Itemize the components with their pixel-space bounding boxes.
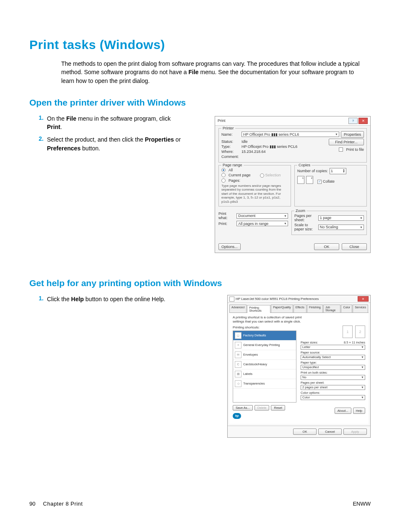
shortcut-item[interactable]: ✉Envelopes: [233, 350, 296, 360]
tab-advanced[interactable]: Advanced: [229, 305, 247, 312]
print-dialog-title: Print: [218, 119, 226, 123]
tab-services[interactable]: Services: [353, 305, 368, 312]
paper-type-label: Paper type:: [301, 361, 365, 364]
print-pages-select[interactable]: All pages in range▼: [236, 221, 288, 226]
close-button[interactable]: Close: [342, 243, 367, 250]
paper-source-label: Paper source:: [301, 351, 365, 354]
printer-icon: [229, 297, 234, 302]
cardstock-icon: C: [235, 361, 242, 368]
printer-name-select[interactable]: HP Officejet Pro ▮▮▮ series PCL6 ▼: [242, 132, 339, 137]
about-button[interactable]: About...: [335, 408, 351, 414]
ok-button[interactable]: OK: [293, 429, 317, 435]
prefs-pps-select[interactable]: 2 pages per sheet▼: [301, 385, 365, 390]
print-pages-label: Print:: [218, 222, 235, 226]
print-dialog: Print ? ✕ Printer Name: HP Officejet Pro…: [215, 116, 371, 253]
comment-label: Comment:: [221, 155, 240, 159]
tab-finishing[interactable]: Finishing: [307, 305, 323, 312]
chevron-down-icon: ▼: [361, 366, 364, 369]
tab-printing-shortcuts[interactable]: Printing Shortcuts: [247, 305, 270, 313]
cancel-button[interactable]: Cancel: [318, 429, 342, 435]
shortcuts-desc: A printing shortcut is a collection of s…: [233, 315, 312, 323]
selection-label: Selection: [265, 173, 281, 177]
close-icon[interactable]: ✕: [358, 296, 369, 302]
all-label: All: [229, 168, 233, 172]
collate-checkbox[interactable]: [317, 180, 322, 184]
both-sides-select[interactable]: No▼: [301, 375, 365, 380]
collate-label: Collate: [323, 179, 335, 183]
current-page-radio[interactable]: [221, 173, 226, 177]
spinner-arrows-icon[interactable]: ▲▼: [343, 169, 345, 173]
paper-sizes-select[interactable]: Letter▼: [301, 345, 365, 350]
print-what-select[interactable]: Document▼: [236, 213, 288, 219]
chevron-down-icon: ▼: [335, 133, 338, 136]
chevron-down-icon: ▼: [361, 356, 364, 359]
shortcut-item[interactable]: CCardstock/Heavy: [233, 360, 296, 369]
help-icon[interactable]: ?: [348, 118, 358, 124]
where-value: 15.234.218.64: [242, 150, 330, 154]
pps-select[interactable]: 1 page▼: [318, 215, 364, 221]
ok-button[interactable]: OK: [314, 243, 339, 250]
prefs-pps-label: Pages per sheet:: [301, 381, 365, 385]
tabs-bar: Advanced Printing Shortcuts Paper/Qualit…: [229, 305, 369, 313]
page-preview-icon: 2: [355, 325, 365, 338]
collate-thumb-icon: 1: [297, 176, 304, 184]
type-label: Type:: [221, 145, 240, 149]
properties-button[interactable]: Properties: [341, 131, 364, 138]
collate-thumb-icon: 2: [306, 176, 313, 184]
shortcut-item[interactable]: ▤Labels: [233, 369, 296, 379]
color-options-select[interactable]: Color▼: [301, 395, 365, 400]
all-radio[interactable]: [221, 168, 226, 172]
copies-group-label: Copies: [297, 163, 312, 167]
section1-heading: Open the printer driver with Windows: [29, 98, 371, 108]
scale-label: Scale to paper size:: [294, 223, 317, 231]
shortcut-item[interactable]: ◇Transparencies: [233, 379, 296, 389]
factory-defaults-icon: ◻: [235, 332, 242, 339]
num-copies-spinner[interactable]: 1 ▲▼: [330, 168, 346, 174]
shortcut-item[interactable]: ◻Factory Defaults: [233, 331, 296, 341]
tab-effects[interactable]: Effects: [294, 305, 306, 312]
pages-radio[interactable]: [221, 178, 226, 183]
print-to-file-checkbox[interactable]: [339, 147, 343, 152]
transparency-icon: ◇: [235, 380, 242, 387]
apply-button: Apply: [343, 429, 367, 435]
everyday-icon: ≡: [235, 342, 242, 349]
zoom-group-label: Zoom: [294, 209, 306, 213]
tab-job-storage[interactable]: Job Storage: [323, 305, 340, 312]
current-page-label: Current page: [229, 173, 251, 177]
help-button[interactable]: Help: [353, 408, 365, 414]
scale-select[interactable]: No Scaling▼: [318, 225, 364, 230]
tab-paper-quality[interactable]: Paper/Quality: [271, 305, 293, 312]
prefs-title: HP LaserJet 500 color M551 PCL6 Printing…: [236, 297, 319, 301]
pps-label: Pages per sheet:: [294, 214, 317, 222]
s2-step1-text: Click the Help button to open the online…: [47, 295, 166, 303]
shortcuts-list[interactable]: ◻Factory Defaults ≡General Everyday Prin…: [233, 331, 296, 403]
find-printer-button[interactable]: Find Printer...: [329, 139, 364, 145]
section2-heading: Get help for any printing option with Wi…: [29, 278, 371, 288]
printer-group-label: Printer: [221, 126, 235, 130]
step1-num: 1.: [29, 114, 47, 121]
options-button[interactable]: Options...: [218, 243, 241, 250]
close-icon[interactable]: ✕: [358, 118, 368, 124]
page-number: 90: [29, 501, 35, 507]
print-what-label: Print what:: [218, 212, 235, 220]
page-preview-icon: 1: [343, 325, 353, 338]
selection-radio: [260, 173, 264, 178]
paper-sizes-label: Paper sizes:: [301, 341, 318, 344]
reset-button[interactable]: Reset: [271, 405, 285, 411]
type-value: HP Officejet Pro ▮▮▮ series PCL6: [242, 145, 330, 149]
paper-type-select[interactable]: Unspecified▼: [301, 365, 365, 370]
paper-source-select[interactable]: Automatically Select▼: [301, 355, 365, 360]
chevron-down-icon: ▼: [361, 346, 364, 349]
shortcut-item[interactable]: ≡General Everyday Printing: [233, 341, 296, 350]
step2-num: 2.: [29, 135, 47, 142]
chapter-label: Chapter 8 Print: [43, 501, 83, 507]
pages-label: Pages:: [229, 178, 240, 183]
tab-color[interactable]: Color: [341, 305, 352, 312]
page-title: Print tasks (Windows): [29, 38, 371, 52]
envelope-icon: ✉: [235, 351, 242, 358]
paper-sizes-hint: 8.5 × 11 inches: [344, 341, 365, 344]
save-as-button[interactable]: Save As...: [233, 405, 253, 411]
s2-step1-num: 1.: [29, 295, 47, 302]
shortcuts-label: Printing shortcuts:: [233, 325, 296, 329]
color-options-label: Color options:: [301, 391, 365, 395]
